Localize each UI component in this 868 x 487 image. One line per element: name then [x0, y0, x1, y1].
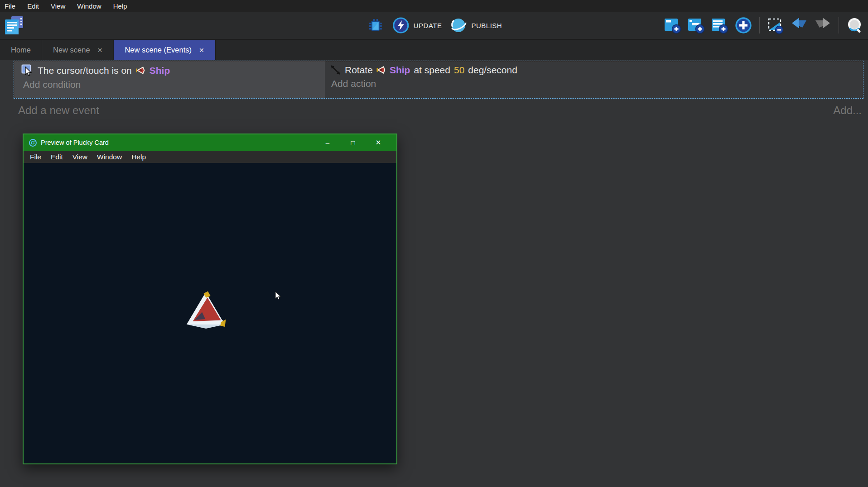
- tab-bar: Home New scene ✕ New scene (Events) ✕: [0, 40, 868, 60]
- preview-menu-bar: File Edit View Window Help: [24, 151, 396, 163]
- add-subevent-icon[interactable]: [687, 16, 706, 35]
- publish-button[interactable]: PUBLISH: [449, 16, 502, 34]
- close-icon[interactable]: ✕: [366, 134, 391, 151]
- maximize-icon[interactable]: □: [340, 134, 366, 151]
- toolbar-right-group: [663, 12, 864, 39]
- event-conditions-cell[interactable]: The cursor/touch is on Ship Add conditio…: [14, 61, 325, 98]
- menu-window[interactable]: Window: [77, 2, 101, 10]
- add-event-menu-button[interactable]: Add...: [833, 104, 862, 117]
- publish-label: PUBLISH: [472, 22, 502, 29]
- search-icon[interactable]: [845, 16, 864, 35]
- gdevelop-logo-icon: G: [29, 139, 37, 147]
- toolbar-separator: [839, 17, 839, 33]
- menu-edit[interactable]: Edit: [27, 2, 39, 10]
- publish-icon: [449, 16, 468, 34]
- rotate-icon: [330, 64, 341, 76]
- preview-window-title: Preview of Plucky Card: [41, 139, 109, 146]
- toolbar-separator: [759, 17, 760, 33]
- remove-selection-icon[interactable]: [766, 16, 785, 35]
- action-value[interactable]: 50: [454, 65, 464, 76]
- update-icon: [392, 17, 410, 34]
- ship-object-icon: [136, 66, 145, 75]
- mouse-cursor-icon: [275, 291, 282, 301]
- update-button[interactable]: UPDATE: [392, 17, 442, 34]
- tab-new-scene[interactable]: New scene ✕: [42, 40, 114, 60]
- tab-home[interactable]: Home: [0, 40, 42, 60]
- add-action-button[interactable]: Add action: [325, 78, 863, 89]
- action-text: Rotate: [345, 65, 373, 76]
- tab-label: Home: [11, 46, 31, 54]
- action-text: at speed: [414, 65, 450, 76]
- preview-title-bar[interactable]: G Preview of Plucky Card – □ ✕: [24, 134, 396, 151]
- add-circle-icon[interactable]: [734, 16, 753, 35]
- preview-menu-edit[interactable]: Edit: [51, 153, 63, 161]
- action-text: deg/second: [468, 65, 517, 76]
- tab-label: New scene (Events): [125, 46, 192, 54]
- preview-window-controls: – □ ✕: [315, 134, 391, 151]
- main-toolbar: UPDATE PUBLISH: [0, 12, 868, 40]
- events-sheet: The cursor/touch is on Ship Add conditio…: [0, 60, 868, 487]
- ship-sprite: [182, 291, 227, 332]
- condition-text: The cursor/touch is on: [38, 65, 132, 76]
- project-manager-icon[interactable]: [4, 15, 24, 36]
- add-new-event-button[interactable]: Add a new event: [18, 104, 99, 117]
- debug-icon[interactable]: [366, 16, 385, 35]
- cursor-on-object-icon: [21, 64, 34, 76]
- tab-close-icon[interactable]: ✕: [199, 47, 204, 54]
- add-comment-icon[interactable]: [710, 16, 729, 35]
- preview-menu-help[interactable]: Help: [131, 153, 146, 161]
- tab-close-icon[interactable]: ✕: [97, 47, 103, 54]
- tab-new-scene-events[interactable]: New scene (Events) ✕: [114, 40, 215, 60]
- redo-icon[interactable]: [813, 16, 832, 35]
- app-menu-bar: File Edit View Window Help: [0, 0, 868, 12]
- event-row[interactable]: The cursor/touch is on Ship Add conditio…: [14, 61, 863, 99]
- event-actions-cell[interactable]: Rotate Ship at speed 50 deg/second Add a…: [325, 61, 863, 98]
- tab-label: New scene: [53, 46, 90, 54]
- ship-object-icon: [376, 66, 386, 74]
- preview-menu-window[interactable]: Window: [97, 153, 122, 161]
- preview-menu-file[interactable]: File: [30, 153, 41, 161]
- add-event-icon[interactable]: [663, 16, 682, 35]
- update-label: UPDATE: [414, 22, 442, 29]
- action-object-name[interactable]: Ship: [390, 65, 410, 76]
- menu-help[interactable]: Help: [113, 2, 127, 10]
- toolbar-center-group: UPDATE PUBLISH: [366, 12, 502, 39]
- add-condition-button[interactable]: Add condition: [14, 79, 325, 90]
- action-instruction[interactable]: Rotate Ship at speed 50 deg/second: [325, 61, 863, 76]
- preview-menu-view[interactable]: View: [72, 153, 87, 161]
- preview-window[interactable]: G Preview of Plucky Card – □ ✕ File Edit…: [23, 134, 397, 464]
- minimize-icon[interactable]: –: [315, 134, 340, 151]
- condition-instruction[interactable]: The cursor/touch is on Ship: [14, 61, 325, 76]
- undo-icon[interactable]: [790, 16, 809, 35]
- condition-object-name[interactable]: Ship: [149, 65, 170, 76]
- menu-file[interactable]: File: [5, 2, 15, 10]
- menu-view[interactable]: View: [51, 2, 65, 10]
- game-viewport[interactable]: [24, 163, 396, 463]
